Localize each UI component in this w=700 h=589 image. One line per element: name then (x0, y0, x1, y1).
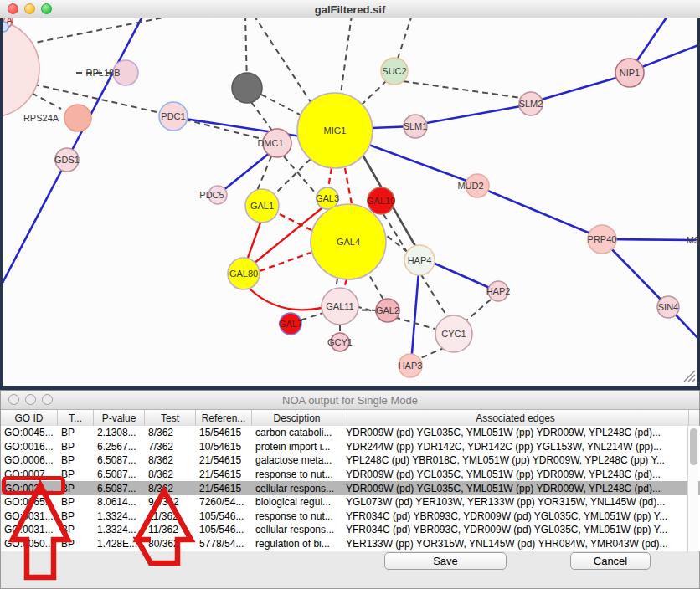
table-cell: 7/362 (145, 441, 196, 453)
column-header-t-[interactable]: T... (58, 410, 94, 426)
column-header-referen-[interactable]: Referen... (196, 410, 252, 426)
edge[interactable] (261, 95, 300, 115)
edge[interactable] (3, 161, 66, 283)
edge[interactable] (433, 263, 492, 289)
table-row[interactable]: GO:0045...BP2.1308...8/36215/54615carbon… (1, 426, 700, 440)
table-cell: 6.5087... (94, 454, 145, 466)
table-cell: YPL248C (pd) YBR018C, YML051W (pp) YDR00… (342, 454, 689, 466)
edge[interactable] (328, 168, 332, 187)
resize-grip-icon[interactable] (684, 371, 695, 382)
network-window-titlebar[interactable]: galFiltered.sif (0, 0, 700, 19)
table-cell: GO:0016... (1, 441, 58, 453)
table-cell: GO:0006... (1, 454, 58, 466)
table-cell: 8/362 (145, 454, 196, 466)
table-row[interactable]: GO:0006...BP6.5087...8/36221/54615galact… (1, 453, 700, 468)
node-label-CYC1: CYC1 (441, 329, 466, 339)
table-cell: GO:0050... (1, 538, 58, 550)
edge[interactable] (367, 144, 476, 184)
node-blue-dot[interactable] (3, 22, 8, 32)
edge[interactable] (480, 187, 600, 238)
node-label-SIN4: SIN4 (658, 302, 678, 312)
table-cell: GO:0045... (1, 427, 58, 438)
table-cell: YER133W (pp) YOR315W, YNL145W (pd) YHR08… (342, 538, 689, 550)
screen: galFiltered.sif 17ARPL18BRPS24AGDS1PDC1P… (0, 0, 700, 589)
close-button[interactable] (8, 3, 18, 14)
table-row[interactable]: GO:0031...BP1.3324...11/362105/546...res… (1, 510, 700, 524)
edge[interactable] (18, 18, 177, 46)
table-cell: 105/546... (196, 524, 252, 535)
table-row[interactable]: GO:0031...BP1.3324...11/362105/546...cel… (1, 523, 700, 537)
edge[interactable] (419, 347, 445, 359)
table-cell: 1.3324... (94, 524, 145, 535)
table-header[interactable]: GO IDT...P-valueTestReferen...Desciption… (1, 410, 699, 427)
table-cell: 11/362 (145, 524, 196, 535)
node-label-PRP40: PRP40 (588, 234, 617, 244)
edge[interactable] (300, 312, 326, 320)
save-button[interactable]: Save (384, 552, 507, 570)
minimize-button[interactable] (24, 3, 35, 14)
table-cell: 10/54615 (196, 441, 252, 453)
edge[interactable] (345, 168, 352, 204)
table-cell: YGL073W (pd) YER103W, YER133W (pp) YOR31… (342, 496, 689, 508)
edge[interactable] (604, 241, 667, 305)
edge[interactable] (398, 18, 412, 59)
edge[interactable] (411, 262, 419, 363)
edge[interactable] (260, 253, 311, 271)
edge[interactable] (251, 102, 272, 131)
table-row[interactable]: GO:0016...BP6.2567...7/36210/54615protei… (1, 440, 700, 454)
noa-window-titlebar[interactable]: NOA output for Single Mode (1, 391, 699, 410)
node-left-hub[interactable] (3, 20, 39, 117)
node-label-HAP4: HAP4 (408, 255, 432, 265)
window-title: galFiltered.sif (315, 3, 386, 16)
column-header-test[interactable]: Test (145, 410, 196, 426)
edge[interactable] (533, 74, 628, 102)
table-row[interactable]: GO:0007...BP6.5087...8/36221/54615respon… (1, 468, 700, 482)
table-cell: 21/54615 (196, 483, 252, 494)
node-label-GAL10: GAL10 (367, 196, 395, 206)
edge[interactable] (275, 159, 311, 194)
edge[interactable] (23, 82, 172, 115)
column-header-go-id[interactable]: GO ID (1, 410, 58, 426)
column-header-desciption[interactable]: Desciption (252, 410, 342, 426)
edge[interactable] (69, 18, 143, 155)
edge[interactable] (250, 289, 322, 310)
edge[interactable] (248, 223, 260, 258)
close-button[interactable] (8, 394, 19, 405)
table-body: GO:0045...BP2.1308...8/36215/54615carbon… (1, 426, 700, 551)
table-row[interactable]: GO:0050...BP1.428E...80/3625778/54...reg… (1, 537, 700, 551)
edge[interactable] (605, 239, 697, 240)
table-cell: GO:0065... (1, 496, 58, 508)
edge[interactable] (417, 105, 530, 125)
node-label-GAL4: GAL4 (337, 237, 360, 247)
node-label-PDC5: PDC5 (199, 190, 224, 200)
edge[interactable] (403, 81, 522, 98)
table-cell: 94/362 (145, 496, 196, 508)
table-cell: YDR009W (pd) YGL035C, YML051W (pp) YDR00… (342, 483, 689, 494)
edge[interactable] (341, 18, 352, 94)
column-header-p-value[interactable]: P-value (94, 410, 145, 426)
node-label-GAL80: GAL80 (229, 269, 258, 279)
table-cell: 8/362 (145, 427, 196, 438)
edge[interactable] (219, 152, 270, 194)
vertical-scrollbar[interactable] (687, 426, 698, 551)
scrollbar-thumb[interactable] (690, 428, 697, 465)
node-RPS24A[interactable] (64, 105, 91, 131)
network-graph: 17ARPL18BRPS24AGDS1PDC1PDC5DMC1MIG1SUC2S… (3, 18, 697, 386)
table-row[interactable]: GO:0031...BP6.5087...8/36221/54615cellul… (1, 481, 700, 495)
table-cell: 2.1308... (94, 427, 145, 438)
table-cell: 6.5087... (94, 469, 145, 480)
edge[interactable] (361, 80, 387, 105)
edge[interactable] (336, 279, 337, 289)
zoom-button[interactable] (41, 3, 52, 14)
table-cell: BP (58, 524, 94, 535)
table-cell: 21/54615 (196, 469, 252, 480)
network-canvas[interactable]: 17ARPL18BRPS24AGDS1PDC1PDC5DMC1MIG1SUC2S… (0, 18, 700, 390)
cancel-button[interactable]: Cancel (570, 552, 651, 570)
minimize-button[interactable] (25, 394, 36, 405)
column-header-associated-edges[interactable]: Associated edges (342, 410, 689, 426)
edge[interactable] (344, 279, 347, 288)
table-cell: 1.3324... (94, 510, 145, 522)
table-row[interactable]: GO:0065...BP8.0614...94/3627260/54...bio… (1, 495, 700, 510)
node-gray-node[interactable] (232, 73, 262, 103)
zoom-button[interactable] (42, 394, 53, 405)
